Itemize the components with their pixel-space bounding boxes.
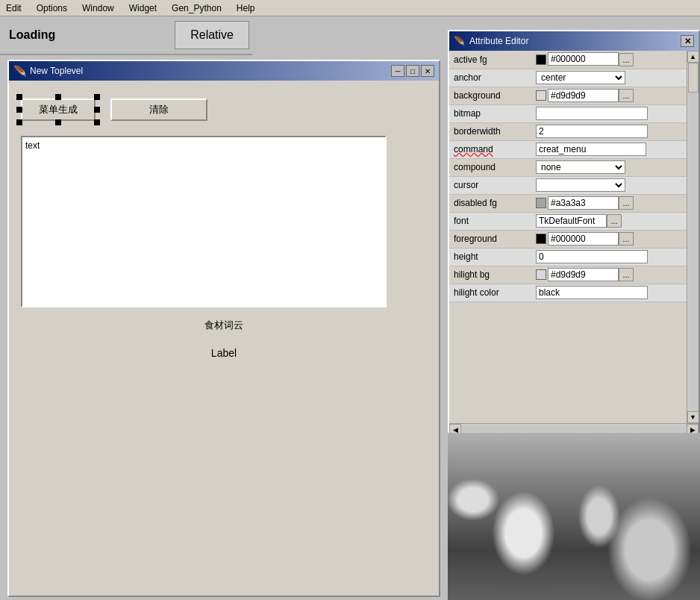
color-swatch [536, 90, 546, 101]
generate-button-container: 菜单生成 [21, 99, 96, 121]
window-controls: ─ □ ✕ [391, 65, 434, 77]
attr-key: font [449, 212, 531, 230]
color-swatch [536, 269, 546, 280]
attr-editor-title: Attribute Editor [469, 36, 528, 46]
scrollbar-track [688, 63, 699, 411]
attr-close-button[interactable]: ✕ [681, 35, 694, 47]
attr-row: disabled fg... [449, 194, 687, 212]
color-swatch [536, 198, 546, 208]
attr-color-input[interactable] [548, 52, 619, 66]
attr-row: font... [449, 212, 687, 230]
attr-color-picker-btn[interactable]: ... [619, 89, 634, 102]
tab-relative-label: Relative [190, 28, 234, 42]
color-swatch [536, 54, 546, 65]
attr-value-cell[interactable]: ... [531, 230, 687, 248]
window-body: 菜单生成 清除 text 食材词云 Label [9, 81, 439, 596]
tab-loading-label: Loading [9, 28, 55, 42]
attr-row: bitmap [449, 104, 687, 122]
attr-editor-icon: 🪶 [454, 36, 465, 46]
attr-color-input[interactable] [548, 268, 619, 281]
color-swatch [536, 234, 546, 244]
attr-select[interactable]: centernsewnenwsesw [536, 71, 625, 84]
attr-key: active fg [449, 51, 531, 69]
attr-color-input[interactable] [548, 232, 619, 246]
attr-value-cell[interactable]: ... [531, 87, 687, 104]
clear-button[interactable]: 清除 [110, 99, 207, 121]
attr-value-cell[interactable]: ... [531, 212, 687, 230]
attr-value-cell[interactable] [531, 284, 687, 301]
menu-widget[interactable]: Widget [126, 1, 160, 15]
buttons-row: 菜单生成 清除 [21, 93, 427, 127]
attr-command-input[interactable] [536, 143, 646, 156]
attr-row: compoundnonebottomtopleftrightcenter [449, 158, 687, 176]
scroll-up-btn[interactable]: ▲ [687, 51, 699, 63]
maximize-button[interactable]: □ [406, 65, 419, 77]
attr-select-empty[interactable] [536, 178, 625, 192]
attr-value-cell[interactable]: ... [531, 51, 687, 69]
attr-content: active fg...anchorcenternsewnenwseswback… [449, 51, 699, 423]
menu-options[interactable]: Options [34, 1, 70, 15]
attr-value-cell[interactable]: ... [531, 266, 687, 284]
bg-image-inner [448, 433, 700, 600]
tabbar: Loading Relative [0, 16, 252, 55]
attr-font-btn[interactable]: ... [607, 214, 622, 228]
attr-value-cell[interactable] [531, 104, 687, 122]
attr-color-picker-btn[interactable]: ... [619, 232, 634, 246]
attr-scrollbar: ▲ ▼ [687, 51, 699, 423]
window-titlebar: 🪶 New Toplevel ─ □ ✕ [9, 61, 439, 81]
attr-value-cell[interactable] [531, 140, 687, 158]
attr-value-cell[interactable]: centernsewnenwsesw [531, 69, 687, 87]
attr-row: hilight color [449, 284, 687, 301]
attr-row: anchorcenternsewnenwsesw [449, 69, 687, 87]
attr-color-input[interactable] [548, 89, 619, 102]
attr-select[interactable]: nonebottomtopleftrightcenter [536, 160, 625, 174]
attr-row: borderwidth [449, 122, 687, 140]
attr-color-picker-btn[interactable]: ... [619, 268, 634, 281]
text-widget[interactable]: text [21, 136, 387, 307]
scroll-down-btn[interactable]: ▼ [687, 411, 699, 423]
minimize-button[interactable]: ─ [391, 65, 404, 77]
attr-key: disabled fg [449, 194, 531, 212]
attr-key: borderwidth [449, 122, 531, 140]
attr-key: bitmap [449, 104, 531, 122]
generate-button[interactable]: 菜单生成 [21, 99, 96, 121]
label-widget-text: Label [211, 347, 237, 359]
wordcloud-label: 食材词云 [21, 319, 427, 332]
attr-value-cell[interactable] [531, 248, 687, 266]
attr-input[interactable] [536, 125, 648, 138]
attr-key: anchor [449, 69, 531, 87]
attr-table: active fg...anchorcenternsewnenwseswback… [449, 51, 687, 302]
scrollbar-thumb[interactable] [688, 63, 699, 93]
attr-color-picker-btn[interactable]: ... [619, 53, 634, 66]
attr-row: cursor [449, 176, 687, 194]
menu-help[interactable]: Help [234, 1, 258, 15]
label-area: Label [21, 347, 427, 359]
attr-value-cell[interactable] [531, 122, 687, 140]
attr-editor: 🪶 Attribute Editor ✕ active fg...anchorc… [448, 30, 700, 437]
attr-color-input[interactable] [548, 196, 619, 210]
tab-relative[interactable]: Relative [175, 21, 249, 49]
tab-loading[interactable]: Loading [0, 16, 172, 54]
attr-input[interactable] [536, 250, 648, 263]
bg-image [448, 433, 700, 600]
attr-key: cursor [449, 176, 531, 194]
attr-value-cell[interactable] [531, 176, 687, 194]
attr-key: hilight color [449, 284, 531, 301]
attr-value-cell[interactable]: nonebottomtopleftrightcenter [531, 158, 687, 176]
attr-input[interactable] [536, 286, 648, 299]
attr-key: foreground [449, 230, 531, 248]
attr-value-cell[interactable]: ... [531, 194, 687, 212]
menubar: Edit Options Window Widget Gen_Python He… [0, 0, 700, 16]
window-title: New Toplevel [30, 66, 83, 76]
menu-edit[interactable]: Edit [3, 1, 25, 15]
close-button[interactable]: ✕ [421, 65, 434, 77]
attr-table-container[interactable]: active fg...anchorcenternsewnenwseswback… [449, 51, 687, 423]
attr-color-picker-btn[interactable]: ... [619, 196, 634, 210]
attr-input[interactable] [536, 107, 648, 120]
attr-key: height [449, 248, 531, 266]
menu-gen-python[interactable]: Gen_Python [169, 1, 225, 15]
snow-overlay [448, 433, 700, 600]
attr-row: height [449, 248, 687, 266]
attr-font-input[interactable] [536, 214, 607, 228]
menu-window[interactable]: Window [79, 1, 117, 15]
